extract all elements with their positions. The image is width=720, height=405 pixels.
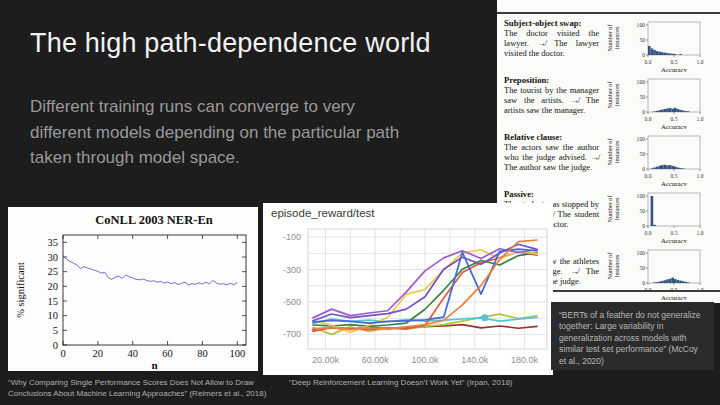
episode-panel: episode_reward/test -700-500-300-10020.0…: [263, 203, 553, 375]
section-text: Relative clause:The actors saw the autho…: [504, 132, 599, 172]
svg-text:Number of: Number of: [606, 195, 613, 223]
svg-text:0: 0: [642, 109, 645, 115]
svg-text:0: 0: [642, 280, 645, 286]
svg-text:30: 30: [48, 252, 59, 263]
svg-text:1.0: 1.0: [697, 59, 704, 65]
svg-text:instances: instances: [613, 197, 620, 220]
svg-text:100.0k: 100.0k: [411, 355, 439, 365]
slide-background: The high path-dependence world Different…: [0, 0, 720, 405]
svg-text:-700: -700: [283, 329, 301, 339]
conll-chart-svg: CoNLL 2003 NER-En05101520253035020406080…: [8, 207, 258, 371]
svg-text:50: 50: [639, 94, 645, 100]
section-text: Subject-object swap:The doctor visited t…: [504, 18, 599, 58]
paper-section: Subject-object swap:The doctor visited t…: [504, 18, 716, 72]
svg-text:40: 40: [127, 348, 138, 359]
paper-section: Preposition:The tourist by the manager s…: [504, 75, 716, 129]
histogram-chart: Number ofinstances0501000.00.51.0Accurac…: [602, 189, 714, 243]
episode-chart-svg: -700-500-300-10020.00k60.00k100.0k140.0k…: [263, 221, 553, 375]
svg-text:Accuracy: Accuracy: [661, 66, 688, 73]
section-heading: Preposition:: [504, 75, 599, 85]
svg-text:60.00k: 60.00k: [362, 355, 390, 365]
svg-text:0.5: 0.5: [671, 59, 678, 65]
slide-subtitle: Different training runs can converge to …: [30, 94, 400, 171]
svg-text:60: 60: [162, 348, 173, 359]
svg-text:Accuracy: Accuracy: [661, 294, 688, 301]
svg-text:20: 20: [93, 348, 104, 359]
svg-text:% significant: % significant: [15, 262, 26, 318]
section-heading: Subject-object swap:: [504, 18, 599, 28]
svg-text:0.0: 0.0: [645, 173, 652, 179]
svg-text:instances: instances: [613, 26, 620, 49]
paper-top-rule: [497, 12, 720, 14]
svg-text:100: 100: [637, 250, 646, 256]
svg-text:100: 100: [637, 136, 646, 142]
svg-text:80: 80: [197, 348, 208, 359]
section-text: Preposition:The tourist by the manager s…: [504, 75, 599, 115]
slide-title: The high path-dependence world: [30, 28, 431, 59]
svg-text:100: 100: [229, 348, 245, 359]
episode-chart-title: episode_reward/test: [271, 207, 375, 219]
paper-section: Relative clause:The actors saw the autho…: [504, 132, 716, 186]
svg-text:100: 100: [637, 79, 646, 85]
svg-text:5: 5: [53, 325, 58, 336]
caption-irpan: “Deep Reinforcement Learning Doesn’t Wor…: [289, 377, 529, 388]
svg-text:50: 50: [639, 265, 645, 271]
svg-text:180.0k: 180.0k: [511, 355, 539, 365]
svg-text:0.5: 0.5: [671, 230, 678, 236]
svg-text:0: 0: [53, 340, 58, 351]
svg-text:25: 25: [48, 266, 59, 277]
svg-text:-500: -500: [283, 297, 301, 307]
quote-text: “BERTs of a feather do not generalize to…: [559, 310, 701, 366]
svg-text:140.0k: 140.0k: [461, 355, 489, 365]
svg-text:50: 50: [639, 37, 645, 43]
svg-text:100: 100: [637, 22, 646, 28]
histogram-chart: Number ofinstances0501000.00.51.0Accurac…: [602, 75, 714, 129]
histogram-chart: Number ofinstances0501000.00.51.0Accurac…: [602, 18, 714, 72]
svg-text:Accuracy: Accuracy: [661, 237, 688, 244]
svg-text:-100: -100: [283, 232, 301, 242]
svg-text:100: 100: [637, 193, 646, 199]
svg-text:15: 15: [48, 296, 59, 307]
svg-text:instances: instances: [613, 83, 620, 106]
svg-text:0.5: 0.5: [671, 173, 678, 179]
svg-text:1.0: 1.0: [697, 173, 704, 179]
svg-text:0.0: 0.0: [645, 59, 652, 65]
svg-text:50: 50: [639, 208, 645, 214]
svg-text:20: 20: [48, 281, 59, 292]
section-heading: Passive:: [504, 189, 599, 199]
svg-text:instances: instances: [613, 140, 620, 163]
svg-text:Number of: Number of: [606, 138, 613, 166]
svg-text:0.0: 0.0: [645, 116, 652, 122]
svg-text:1.0: 1.0: [697, 230, 704, 236]
svg-text:instances: instances: [613, 254, 620, 277]
svg-text:1.0: 1.0: [697, 116, 704, 122]
svg-text:Number of: Number of: [606, 81, 613, 109]
histogram-chart: Number ofinstances0501000.00.51.0Accurac…: [602, 132, 714, 186]
svg-text:Number of: Number of: [606, 252, 613, 280]
svg-text:Number of: Number of: [606, 24, 613, 52]
svg-text:-300: -300: [283, 265, 301, 275]
svg-text:Accuracy: Accuracy: [661, 123, 688, 130]
svg-text:CoNLL 2003 NER-En: CoNLL 2003 NER-En: [95, 213, 212, 227]
svg-text:50: 50: [639, 151, 645, 157]
svg-text:35: 35: [48, 237, 59, 248]
conll-panel: CoNLL 2003 NER-En05101520253035020406080…: [8, 207, 258, 371]
svg-text:0: 0: [642, 52, 645, 58]
svg-text:10: 10: [48, 310, 59, 321]
svg-text:0: 0: [642, 223, 645, 229]
quote-box: “BERTs of a feather do not generalize to…: [551, 302, 714, 370]
svg-text:0.0: 0.0: [645, 230, 652, 236]
caption-reimers: “Why Comparing Single Performance Scores…: [8, 377, 290, 399]
conll-chart: CoNLL 2003 NER-En05101520253035020406080…: [8, 207, 258, 375]
svg-text:0: 0: [60, 348, 65, 359]
section-heading: Relative clause:: [504, 132, 599, 142]
svg-text:20.00k: 20.00k: [312, 355, 340, 365]
svg-text:Accuracy: Accuracy: [661, 180, 688, 187]
svg-text:0: 0: [642, 166, 645, 172]
svg-text:n: n: [151, 359, 157, 371]
episode-chart: -700-500-300-10020.00k60.00k100.0k140.0k…: [263, 221, 553, 379]
svg-text:0.5: 0.5: [671, 116, 678, 122]
